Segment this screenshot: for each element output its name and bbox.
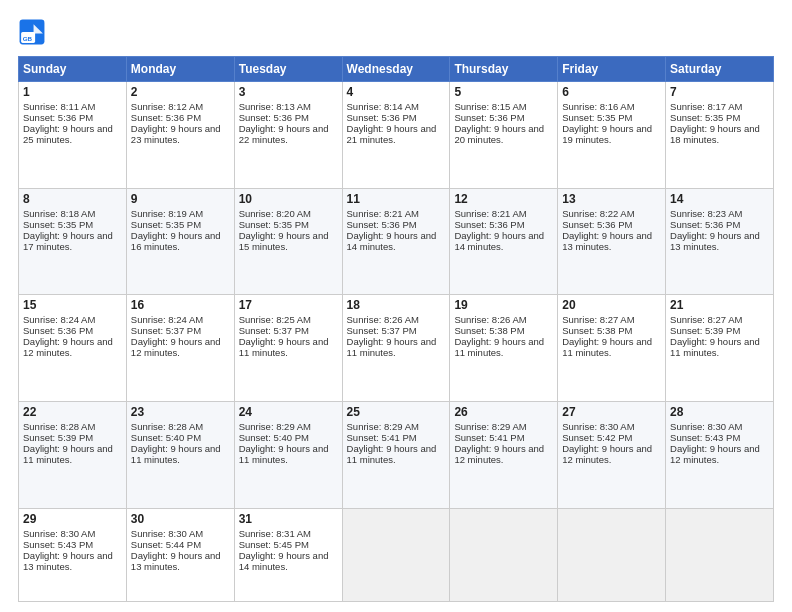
day-number: 3 [239,85,338,99]
daylight-label: Daylight: 9 hours and 20 minutes. [454,123,544,145]
sunset-label: Sunset: 5:36 PM [454,219,524,230]
daylight-label: Daylight: 9 hours and 16 minutes. [131,230,221,252]
daylight-label: Daylight: 9 hours and 11 minutes. [239,336,329,358]
calendar-cell: 13 Sunrise: 8:22 AM Sunset: 5:36 PM Dayl… [558,188,666,295]
calendar-cell: 9 Sunrise: 8:19 AM Sunset: 5:35 PM Dayli… [126,188,234,295]
daylight-label: Daylight: 9 hours and 23 minutes. [131,123,221,145]
daylight-label: Daylight: 9 hours and 14 minutes. [347,230,437,252]
calendar-cell: 29 Sunrise: 8:30 AM Sunset: 5:43 PM Dayl… [19,508,127,601]
day-number: 25 [347,405,446,419]
calendar-cell: 27 Sunrise: 8:30 AM Sunset: 5:42 PM Dayl… [558,401,666,508]
day-number: 16 [131,298,230,312]
day-number: 29 [23,512,122,526]
calendar-cell: 11 Sunrise: 8:21 AM Sunset: 5:36 PM Dayl… [342,188,450,295]
day-number: 1 [23,85,122,99]
day-number: 21 [670,298,769,312]
day-number: 31 [239,512,338,526]
day-number: 13 [562,192,661,206]
daylight-label: Daylight: 9 hours and 11 minutes. [23,443,113,465]
daylight-label: Daylight: 9 hours and 25 minutes. [23,123,113,145]
day-number: 30 [131,512,230,526]
calendar-cell: 17 Sunrise: 8:25 AM Sunset: 5:37 PM Dayl… [234,295,342,402]
sunrise-label: Sunrise: 8:12 AM [131,101,203,112]
daylight-label: Daylight: 9 hours and 13 minutes. [562,230,652,252]
day-number: 5 [454,85,553,99]
day-number: 18 [347,298,446,312]
day-number: 27 [562,405,661,419]
sunset-label: Sunset: 5:43 PM [670,432,740,443]
day-number: 9 [131,192,230,206]
day-number: 6 [562,85,661,99]
sunrise-label: Sunrise: 8:21 AM [347,208,419,219]
sunrise-label: Sunrise: 8:21 AM [454,208,526,219]
day-number: 12 [454,192,553,206]
calendar-cell: 18 Sunrise: 8:26 AM Sunset: 5:37 PM Dayl… [342,295,450,402]
calendar-cell: 24 Sunrise: 8:29 AM Sunset: 5:40 PM Dayl… [234,401,342,508]
weekday-header: Saturday [666,57,774,82]
daylight-label: Daylight: 9 hours and 11 minutes. [454,336,544,358]
day-number: 11 [347,192,446,206]
daylight-label: Daylight: 9 hours and 11 minutes. [239,443,329,465]
daylight-label: Daylight: 9 hours and 14 minutes. [239,550,329,572]
sunset-label: Sunset: 5:36 PM [347,112,417,123]
day-number: 20 [562,298,661,312]
sunset-label: Sunset: 5:36 PM [23,112,93,123]
calendar-cell: 16 Sunrise: 8:24 AM Sunset: 5:37 PM Dayl… [126,295,234,402]
sunset-label: Sunset: 5:35 PM [23,219,93,230]
logo: GB [18,18,50,46]
daylight-label: Daylight: 9 hours and 15 minutes. [239,230,329,252]
calendar-cell: 28 Sunrise: 8:30 AM Sunset: 5:43 PM Dayl… [666,401,774,508]
sunrise-label: Sunrise: 8:25 AM [239,314,311,325]
calendar-cell: 12 Sunrise: 8:21 AM Sunset: 5:36 PM Dayl… [450,188,558,295]
calendar-cell: 26 Sunrise: 8:29 AM Sunset: 5:41 PM Dayl… [450,401,558,508]
day-number: 22 [23,405,122,419]
calendar-cell: 15 Sunrise: 8:24 AM Sunset: 5:36 PM Dayl… [19,295,127,402]
calendar-cell: 22 Sunrise: 8:28 AM Sunset: 5:39 PM Dayl… [19,401,127,508]
sunrise-label: Sunrise: 8:30 AM [131,528,203,539]
calendar-table: SundayMondayTuesdayWednesdayThursdayFrid… [18,56,774,602]
calendar-cell: 10 Sunrise: 8:20 AM Sunset: 5:35 PM Dayl… [234,188,342,295]
sunrise-label: Sunrise: 8:14 AM [347,101,419,112]
daylight-label: Daylight: 9 hours and 12 minutes. [131,336,221,358]
daylight-label: Daylight: 9 hours and 13 minutes. [131,550,221,572]
weekday-header: Tuesday [234,57,342,82]
sunset-label: Sunset: 5:40 PM [131,432,201,443]
daylight-label: Daylight: 9 hours and 13 minutes. [670,230,760,252]
calendar-cell: 6 Sunrise: 8:16 AM Sunset: 5:35 PM Dayli… [558,82,666,189]
sunrise-label: Sunrise: 8:15 AM [454,101,526,112]
sunrise-label: Sunrise: 8:24 AM [131,314,203,325]
daylight-label: Daylight: 9 hours and 11 minutes. [347,443,437,465]
sunset-label: Sunset: 5:38 PM [562,325,632,336]
sunrise-label: Sunrise: 8:31 AM [239,528,311,539]
day-number: 8 [23,192,122,206]
day-number: 10 [239,192,338,206]
calendar-cell [666,508,774,601]
weekday-header: Thursday [450,57,558,82]
sunrise-label: Sunrise: 8:27 AM [562,314,634,325]
sunrise-label: Sunrise: 8:30 AM [23,528,95,539]
sunset-label: Sunset: 5:37 PM [239,325,309,336]
header: GB [18,18,774,46]
page: GB SundayMondayTuesdayWednesdayThursdayF… [0,0,792,612]
sunset-label: Sunset: 5:44 PM [131,539,201,550]
sunset-label: Sunset: 5:40 PM [239,432,309,443]
sunset-label: Sunset: 5:42 PM [562,432,632,443]
weekday-header: Monday [126,57,234,82]
daylight-label: Daylight: 9 hours and 12 minutes. [670,443,760,465]
daylight-label: Daylight: 9 hours and 17 minutes. [23,230,113,252]
sunset-label: Sunset: 5:45 PM [239,539,309,550]
weekday-header: Friday [558,57,666,82]
sunrise-label: Sunrise: 8:20 AM [239,208,311,219]
calendar-cell: 25 Sunrise: 8:29 AM Sunset: 5:41 PM Dayl… [342,401,450,508]
sunset-label: Sunset: 5:36 PM [239,112,309,123]
sunrise-label: Sunrise: 8:27 AM [670,314,742,325]
sunset-label: Sunset: 5:36 PM [131,112,201,123]
sunset-label: Sunset: 5:35 PM [131,219,201,230]
calendar-cell: 7 Sunrise: 8:17 AM Sunset: 5:35 PM Dayli… [666,82,774,189]
sunset-label: Sunset: 5:36 PM [562,219,632,230]
sunrise-label: Sunrise: 8:26 AM [347,314,419,325]
daylight-label: Daylight: 9 hours and 18 minutes. [670,123,760,145]
calendar-cell: 3 Sunrise: 8:13 AM Sunset: 5:36 PM Dayli… [234,82,342,189]
calendar-cell: 14 Sunrise: 8:23 AM Sunset: 5:36 PM Dayl… [666,188,774,295]
calendar-cell: 4 Sunrise: 8:14 AM Sunset: 5:36 PM Dayli… [342,82,450,189]
